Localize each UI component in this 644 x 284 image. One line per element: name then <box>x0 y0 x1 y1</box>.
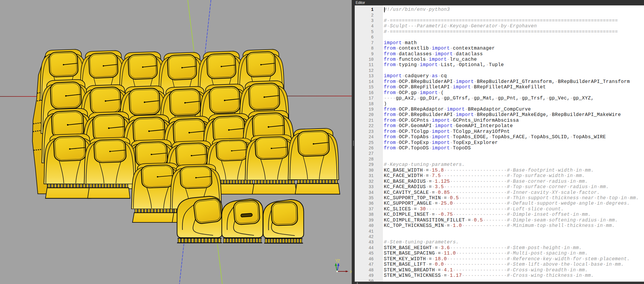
svg-text:Z: Z <box>338 258 340 263</box>
